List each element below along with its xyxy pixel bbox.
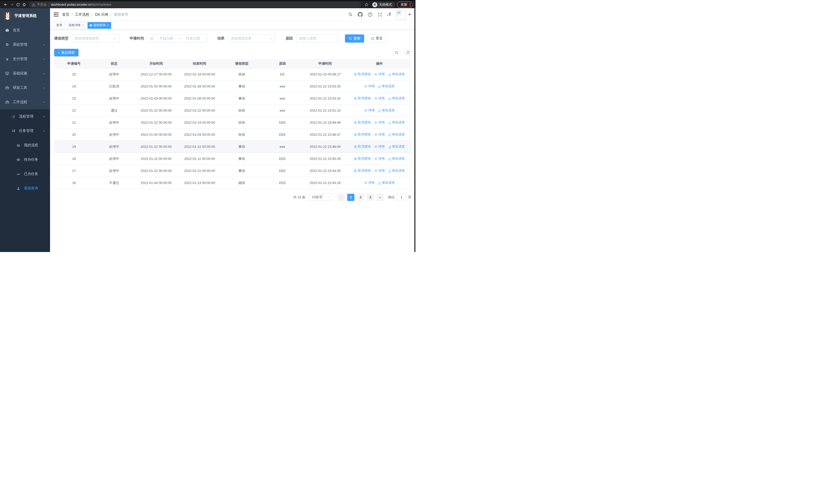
approval-progress-link[interactable]: 审批进度	[388, 72, 405, 77]
cell-leave-type: 病假	[221, 128, 262, 141]
cell-start-time: 2022-01-22 00:00:00	[135, 165, 178, 177]
sidebar-item-my-process[interactable]: 我的流程	[0, 138, 50, 152]
breadcrumb-home[interactable]: 首页	[62, 12, 69, 17]
detail-link[interactable]: 详情	[374, 96, 385, 100]
search-button[interactable]: 搜索	[345, 34, 364, 42]
next-page-button[interactable]: ›	[376, 194, 384, 201]
cell-end-time: 2022-01-11 00:00:00	[178, 153, 222, 165]
browser-forward-button[interactable]	[9, 2, 15, 8]
detail-link[interactable]: 详情	[364, 181, 375, 185]
approval-progress-link[interactable]: 审批进度	[388, 96, 405, 100]
detail-link[interactable]: 详情	[374, 120, 385, 125]
detail-link[interactable]: 详情	[374, 132, 385, 137]
toggle-search-button[interactable]	[393, 49, 400, 56]
sidebar-item-system[interactable]: ⚙ 系统管理	[0, 37, 50, 52]
sidebar-item-workflow[interactable]: 工作流程	[0, 95, 50, 109]
table-row: 24 已取消 2022-01-03 00:00:00 2022-01-26 00…	[54, 80, 411, 92]
table-row: 18 处理中 2022-01-11 00:00:00 2022-01-11 00…	[54, 153, 411, 165]
sidebar-item-dev-tools[interactable]: 研发工具	[0, 81, 50, 95]
eye-open-icon	[16, 158, 20, 162]
cell-reason: eee	[262, 141, 303, 153]
sidebar-item-todo-tasks[interactable]: 待办任务	[0, 152, 50, 167]
page-size-select[interactable]: 10条/页	[309, 194, 333, 201]
cell-leave-type: 病假	[221, 117, 262, 128]
reason-input[interactable]: 请输入原因	[296, 34, 339, 42]
browser-home-button[interactable]	[21, 2, 27, 8]
cancel-leave-link[interactable]: 取消请假	[354, 145, 371, 149]
approval-progress-link[interactable]: 审批进度	[388, 132, 405, 137]
help-icon[interactable]	[368, 12, 372, 17]
breadcrumb-workflow[interactable]: 工作流程	[75, 12, 89, 17]
tags-view-bar: 首页 流程详情 × 请假查询 ×	[50, 21, 416, 30]
sidebar-item-process-management[interactable]: 流程管理	[0, 109, 50, 124]
app-logo-row[interactable]: 芋道管理系统	[0, 8, 50, 23]
browser-scrollbar[interactable]	[414, 8, 416, 252]
cancel-leave-link[interactable]: 取消请假	[354, 132, 371, 137]
approval-progress-link[interactable]: 审批进度	[388, 156, 405, 161]
cell-start-time: 2022-01-04 00:00:00	[135, 128, 178, 141]
start-date-input[interactable]: 开始日期	[155, 36, 178, 41]
tab-leave-query[interactable]: 请假查询 ×	[87, 22, 111, 29]
detail-link[interactable]: 详情	[374, 169, 385, 173]
approval-progress-link[interactable]: 审批进度	[388, 169, 405, 173]
browser-back-button[interactable]	[3, 2, 9, 8]
approval-progress-link[interactable]: 审批进度	[388, 120, 405, 125]
refresh-table-button[interactable]	[404, 49, 411, 56]
eye-icon	[374, 72, 377, 76]
bookmark-star-icon[interactable]	[364, 2, 370, 8]
cell-apply-time: 2022-01-22 23:46:04	[303, 141, 347, 153]
cancel-leave-link[interactable]: 取消请假	[354, 120, 371, 125]
cell-leave-type: 病假	[221, 105, 262, 117]
cancel-leave-link[interactable]: 取消请假	[354, 72, 371, 77]
detail-link[interactable]: 详情	[374, 72, 385, 77]
browser-update-button[interactable]: 更新	[397, 1, 413, 8]
page-button-2[interactable]: 2	[357, 194, 364, 201]
browser-menu-icon[interactable]	[409, 3, 411, 7]
detail-link[interactable]: 详情	[374, 145, 385, 149]
cancel-leave-link[interactable]: 取消请假	[354, 169, 371, 173]
result-select[interactable]: 请选择流结果	[228, 34, 276, 42]
page-button-1[interactable]: 1	[347, 194, 354, 201]
user-menu[interactable]	[396, 10, 411, 20]
page-button-3[interactable]: 3	[367, 194, 374, 201]
address-bar[interactable]: 不安全 dashboard.yudao.iocoder.cn/bpm/oa/le…	[29, 2, 361, 8]
close-icon[interactable]: ×	[107, 24, 109, 27]
sidebar-item-done-tasks[interactable]: 已办任务	[0, 167, 50, 181]
sidebar-item-leave-query[interactable]: 请假查询	[0, 181, 50, 196]
create-leave-button[interactable]: + 发起请假	[54, 49, 79, 56]
prev-page-button[interactable]: ‹	[338, 194, 345, 201]
sidebar-collapse-icon[interactable]	[54, 12, 58, 17]
cancel-leave-link[interactable]: 取消请假	[354, 156, 371, 161]
cancel-leave-link[interactable]: 取消请假	[354, 96, 371, 100]
approval-progress-link[interactable]: 审批进度	[378, 84, 395, 89]
security-status[interactable]: 不安全	[32, 3, 47, 7]
sidebar-item-payment[interactable]: ¥ 支付管理	[0, 52, 50, 66]
approval-progress-link[interactable]: 审批进度	[378, 181, 395, 185]
cell-end-time: 2022-01-22 00:00:00	[178, 105, 222, 117]
header-search-icon[interactable]	[348, 12, 353, 17]
font-size-icon[interactable]: тT	[387, 12, 391, 17]
approval-progress-link[interactable]: 审批进度	[388, 145, 405, 149]
sidebar-item-task-management[interactable]: 任务管理	[0, 124, 50, 138]
sidebar-item-home[interactable]: 首页	[0, 23, 50, 37]
reset-button[interactable]: 重置	[367, 34, 386, 42]
end-date-input[interactable]: 结束日期	[182, 36, 204, 41]
github-icon[interactable]	[358, 12, 363, 17]
fullscreen-icon[interactable]	[377, 12, 382, 17]
detail-link[interactable]: 详情	[364, 108, 375, 113]
apply-time-range-picker[interactable]: 开始日期 - 结束日期	[147, 34, 207, 42]
detail-link[interactable]: 详情	[374, 156, 385, 161]
cell-end-time: 2022-01-22 00:00:00	[178, 141, 222, 153]
tab-process-detail[interactable]: 流程详情 ×	[66, 22, 86, 29]
close-icon[interactable]: ×	[82, 24, 84, 27]
goto-page-input[interactable]: 1	[397, 194, 406, 201]
browser-reload-button[interactable]	[15, 2, 21, 8]
cell-reason: eee	[262, 80, 303, 92]
approval-progress-link[interactable]: 审批进度	[378, 108, 395, 113]
breadcrumb-oa-example[interactable]: OA 示例	[95, 12, 108, 17]
leave-type-select[interactable]: 请选择请假类型	[72, 34, 119, 42]
tab-home[interactable]: 首页	[54, 22, 65, 29]
sidebar-item-infrastructure[interactable]: 基础设施	[0, 66, 50, 81]
cell-leave-type: 婚假	[221, 177, 262, 189]
detail-link[interactable]: 详情	[364, 84, 375, 89]
